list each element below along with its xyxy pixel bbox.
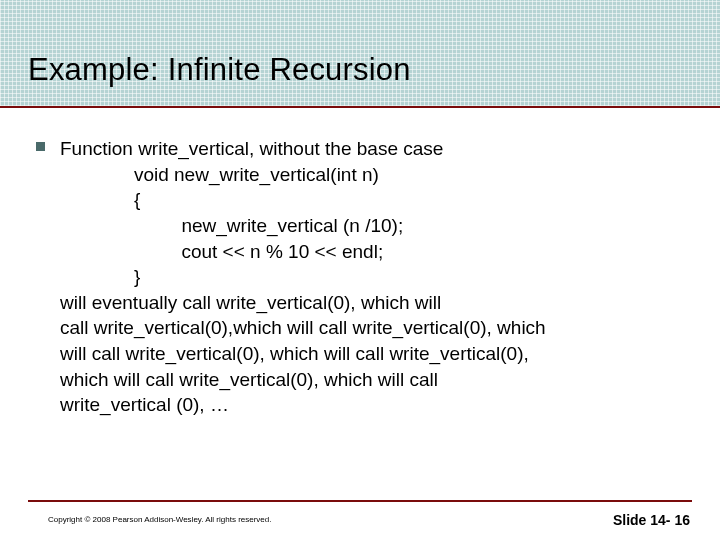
body-line: which will call write_vertical(0), which… [60,367,680,393]
slide: Example: Infinite Recursion Function wri… [0,0,720,540]
slide-title: Example: Infinite Recursion [28,52,411,88]
body-line: Function write_vertical, without the bas… [60,136,680,162]
slide-number: Slide 14- 16 [613,512,690,528]
body-line: } [60,264,680,290]
body-line: write_vertical (0), … [60,392,680,418]
body-line: { [60,187,680,213]
body-line: new_write_vertical (n /10); [60,213,680,239]
body-line: void new_write_vertical(int n) [60,162,680,188]
copyright-text: Copyright © 2008 Pearson Addison-Wesley.… [48,515,272,524]
body-line: cout << n % 10 << endl; [60,239,680,265]
body-line: will eventually call write_vertical(0), … [60,290,680,316]
body-line: call write_vertical(0),which will call w… [60,315,680,341]
body-line: will call write_vertical(0), which will … [60,341,680,367]
footer-divider [28,500,692,502]
bullet-icon [36,142,45,151]
body-text: Function write_vertical, without the bas… [60,136,680,418]
